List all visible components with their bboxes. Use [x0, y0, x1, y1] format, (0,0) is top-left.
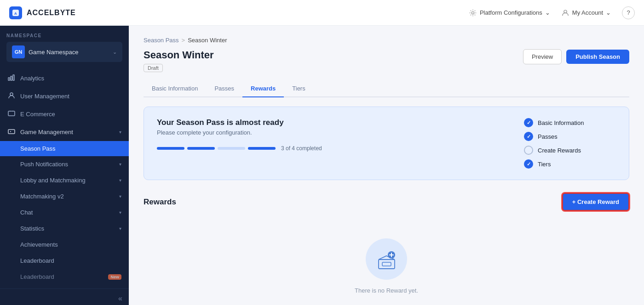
rewards-section-title: Rewards	[144, 198, 176, 207]
sidebar-item-season-pass[interactable]: Season Pass	[0, 141, 129, 156]
svg-point-7	[10, 93, 13, 96]
help-button[interactable]: ?	[622, 6, 635, 19]
page-title-wrap: Season Winter Draft	[144, 49, 214, 72]
status-badge: Draft	[144, 64, 163, 72]
sidebar-item-lobby-matchmaking-label: Lobby and Matchmaking	[20, 177, 115, 184]
sidebar-item-matchmaking-v2-label: Matchmaking v2	[20, 193, 115, 200]
svg-rect-10	[379, 260, 395, 269]
svg-rect-8	[8, 111, 15, 116]
sidebar-item-chat[interactable]: Chat ▾	[0, 204, 129, 220]
check-tiers-icon	[524, 159, 533, 169]
check-item-create-rewards: Create Rewards	[524, 146, 616, 155]
ecommerce-icon	[7, 110, 16, 119]
sidebar-item-game-management-label: Game Management	[20, 129, 115, 136]
progress-card-subtitle: Please complete your configuration.	[157, 129, 322, 136]
svg-point-2	[472, 11, 474, 14]
chat-chevron-icon: ▾	[119, 210, 121, 215]
progress-seg-2	[187, 147, 215, 150]
main-inner: Season Pass > Season Winter Season Winte…	[129, 26, 644, 305]
tab-rewards[interactable]: Rewards	[242, 80, 284, 97]
breadcrumb: Season Pass > Season Winter	[144, 37, 629, 44]
push-notifications-chevron-icon: ▾	[119, 162, 121, 167]
sidebar-item-user-management[interactable]: User Management	[0, 87, 129, 105]
analytics-icon	[7, 74, 16, 83]
namespace-dropdown[interactable]: GN Game Namespace ⌄	[6, 42, 122, 62]
namespace-badge: GN	[12, 45, 25, 58]
sidebar-item-leaderboard[interactable]: Leaderboard	[0, 253, 129, 269]
sidebar-item-lobby-matchmaking[interactable]: Lobby and Matchmaking ▾	[0, 172, 129, 188]
progress-card-title: Your Season Pass is almost ready	[157, 118, 322, 127]
sidebar-item-analytics[interactable]: Analytics	[0, 69, 129, 87]
svg-rect-6	[13, 75, 14, 80]
page-title: Season Winter	[144, 49, 214, 61]
namespace-chevron-icon: ⌄	[113, 49, 117, 55]
platform-config-label: Platform Configurations	[480, 9, 542, 16]
sidebar-item-statistics[interactable]: Statistics ▾	[0, 220, 129, 237]
progress-checklist: Basic Information Passes Create Rewards …	[524, 118, 616, 169]
header-actions: Preview Publish Season	[523, 49, 629, 64]
sidebar-item-season-pass-label: Season Pass	[20, 145, 56, 152]
check-basic-info-label: Basic Information	[538, 119, 584, 126]
platform-config-button[interactable]: Platform Configurations ⌄	[469, 9, 550, 17]
page-header: Season Winter Draft Preview Publish Seas…	[144, 49, 629, 72]
my-account-label: My Account	[572, 9, 603, 16]
progress-left: Your Season Pass is almost ready Please …	[157, 118, 322, 152]
svg-text:A: A	[14, 11, 17, 16]
progress-count: 3 of 4 completed	[281, 145, 322, 152]
my-account-button[interactable]: My Account ⌄	[561, 9, 611, 17]
sidebar-item-leaderboard2[interactable]: Leaderboard New	[0, 269, 129, 285]
sidebar-item-game-management[interactable]: Game Management ▾	[0, 123, 129, 141]
reward-empty-svg	[374, 247, 399, 272]
empty-state-text: There is no Reward yet.	[355, 287, 418, 294]
publish-button[interactable]: Publish Season	[566, 50, 629, 64]
tab-tiers[interactable]: Tiers	[284, 80, 313, 97]
sidebar-collapse-button[interactable]: «	[118, 294, 122, 303]
check-create-rewards-icon	[524, 146, 533, 155]
user-management-icon	[7, 92, 16, 101]
statistics-chevron-icon: ▾	[119, 226, 121, 231]
progress-seg-1	[157, 147, 184, 150]
sidebar-item-leaderboard-label: Leaderboard	[20, 257, 121, 264]
sidebar-item-achievements[interactable]: Achievements	[0, 237, 129, 253]
namespace-label: NAMESPACE	[6, 33, 122, 38]
logo-icon: A	[9, 6, 22, 19]
preview-button[interactable]: Preview	[523, 49, 562, 64]
user-icon	[561, 9, 569, 17]
breadcrumb-parent-link[interactable]: Season Pass	[144, 37, 179, 44]
check-passes-label: Passes	[538, 133, 558, 140]
sidebar-collapse: «	[0, 288, 129, 305]
sidebar-item-analytics-label: Analytics	[20, 75, 121, 82]
sidebar-item-ecommerce[interactable]: E Commerce	[0, 105, 129, 123]
topnav-left: A ACCELBYTE	[9, 6, 76, 19]
sidebar-item-push-notifications-label: Push Notifications	[20, 161, 115, 168]
sidebar-nav: Analytics User Management	[0, 66, 129, 288]
game-management-icon	[7, 128, 16, 136]
tabs: Basic Information Passes Rewards Tiers	[144, 80, 629, 97]
svg-rect-4	[8, 78, 10, 80]
lobby-matchmaking-chevron-icon: ▾	[119, 178, 121, 183]
topnav-right: Platform Configurations ⌄ My Account ⌄ ?	[469, 6, 635, 19]
sidebar-item-ecommerce-label: E Commerce	[20, 111, 121, 118]
check-item-basic-info: Basic Information	[524, 118, 616, 127]
game-management-chevron-icon: ▾	[119, 130, 121, 135]
check-basic-info-icon	[524, 118, 533, 127]
namespace-section: NAMESPACE GN Game Namespace ⌄	[0, 26, 129, 66]
rewards-section-header: Rewards + Create Reward	[144, 193, 629, 211]
tab-basic-information[interactable]: Basic Information	[144, 80, 206, 97]
help-icon: ?	[627, 9, 630, 16]
platform-config-chevron: ⌄	[545, 9, 550, 16]
check-create-rewards-label: Create Rewards	[538, 147, 581, 154]
gear-icon	[469, 9, 477, 17]
check-item-tiers: Tiers	[524, 159, 616, 169]
matchmaking-v2-chevron-icon: ▾	[119, 194, 121, 199]
main-content: Season Pass > Season Winter Season Winte…	[129, 26, 644, 305]
sidebar-item-matchmaking-v2[interactable]: Matchmaking v2 ▾	[0, 188, 129, 204]
leaderboard-new-badge: New	[108, 274, 121, 280]
tab-passes[interactable]: Passes	[206, 80, 242, 97]
progress-card: Your Season Pass is almost ready Please …	[144, 107, 629, 180]
create-reward-button[interactable]: + Create Reward	[562, 193, 629, 211]
layout: NAMESPACE GN Game Namespace ⌄ Analytics	[0, 26, 644, 305]
svg-rect-5	[11, 76, 12, 80]
sidebar-item-chat-label: Chat	[20, 209, 115, 216]
sidebar-item-push-notifications[interactable]: Push Notifications ▾	[0, 156, 129, 172]
